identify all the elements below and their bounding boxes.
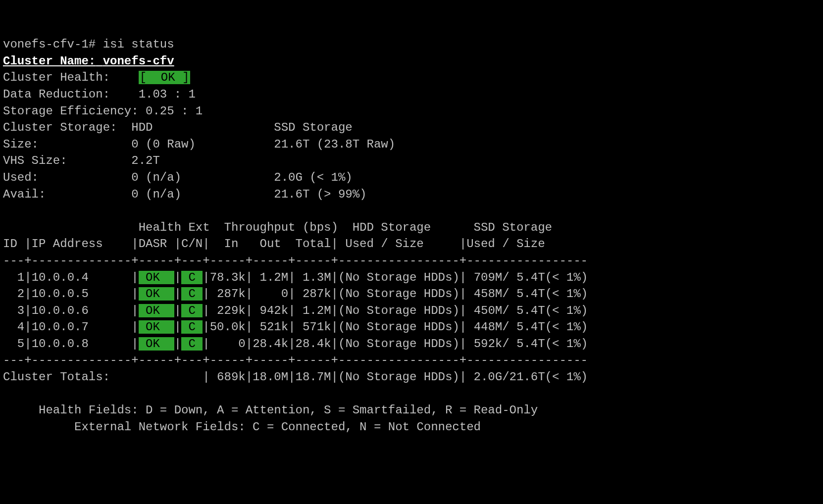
data-reduction-value: 1.03 : 1 bbox=[139, 88, 196, 101]
node-row: 2|10.0.0.5 | OK | C | 287k| 0| 287k|(No … bbox=[3, 287, 588, 301]
ext-c: C bbox=[181, 287, 203, 301]
vhs-size-row: VHS Size: 2.2T bbox=[3, 154, 160, 167]
node-row: 5|10.0.0.8 | OK | C | 0|28.4k|28.4k|(No … bbox=[3, 337, 588, 351]
table-header-1: Health Ext Throughput (bps) HDD Storage … bbox=[3, 221, 552, 234]
health-ok: OK bbox=[139, 320, 174, 334]
ext-c: C bbox=[181, 337, 203, 351]
ext-c: C bbox=[181, 271, 203, 284]
table-separator: ---+--------------+-----+---+-----+-----… bbox=[3, 353, 588, 367]
shell-prompt: vonefs-cfv-1# bbox=[3, 38, 103, 51]
table-header-2: ID |IP Address |DASR |C/N| In Out Total|… bbox=[3, 237, 545, 251]
cluster-totals-label: Cluster Totals: bbox=[3, 370, 203, 384]
ext-c: C bbox=[181, 304, 203, 317]
node-row: 4|10.0.0.7 | OK | C |50.0k| 521k| 571k|(… bbox=[3, 320, 588, 334]
health-ok: OK bbox=[139, 304, 174, 317]
cluster-name-value: vonefs-cfv bbox=[103, 54, 174, 68]
node-row: 1|10.0.0.4 | OK | C |78.3k| 1.2M| 1.3M|(… bbox=[3, 271, 588, 284]
size-row: Size: 0 (0 Raw) 21.6T (23.8T Raw) bbox=[3, 138, 395, 151]
used-row: Used: 0 (n/a) 2.0G (< 1%) bbox=[3, 171, 353, 184]
cluster-health-status: [ OK ] bbox=[139, 71, 191, 84]
avail-row: Avail: 0 (n/a) 21.6T (> 99%) bbox=[3, 188, 367, 201]
terminal-output: vonefs-cfv-1# isi status Cluster Name: v… bbox=[3, 36, 820, 435]
storage-efficiency-value: 0.25 : 1 bbox=[146, 104, 203, 118]
cluster-totals-values: | 689k|18.0M|18.7M|(No Storage HDDs)| 2.… bbox=[203, 370, 588, 384]
node-row: 3|10.0.0.6 | OK | C | 229k| 942k| 1.2M|(… bbox=[3, 304, 588, 317]
health-ok: OK bbox=[139, 337, 174, 351]
table-separator: ---+--------------+-----+---+-----+-----… bbox=[3, 254, 588, 267]
storage-efficiency-label: Storage Efficiency: bbox=[3, 104, 146, 118]
legend-health-fields: Health Fields: D = Down, A = Attention, … bbox=[3, 403, 538, 417]
cluster-health-label: Cluster Health: bbox=[3, 71, 139, 84]
legend-network-fields: External Network Fields: C = Connected, … bbox=[3, 420, 481, 434]
data-reduction-label: Data Reduction: bbox=[3, 88, 139, 101]
command-text: isi status bbox=[103, 38, 174, 51]
cluster-storage-header: Cluster Storage: HDD SSD Storage bbox=[3, 121, 353, 134]
ext-c: C bbox=[181, 320, 203, 334]
cluster-name-label: Cluster Name: bbox=[3, 54, 96, 68]
health-ok: OK bbox=[139, 287, 174, 301]
health-ok: OK bbox=[139, 271, 174, 284]
